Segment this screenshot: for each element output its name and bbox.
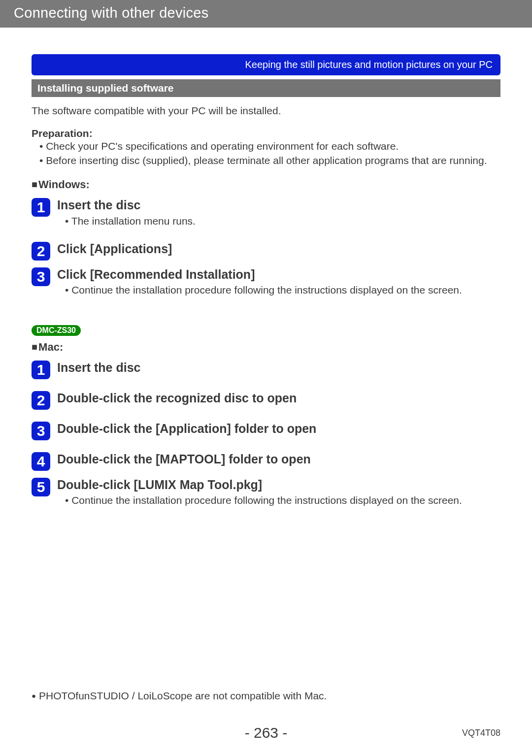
step-number-icon: 1	[32, 361, 50, 379]
step-body: Double-click [LUMIX Map Tool.pkg] Contin…	[57, 477, 500, 508]
windows-step: 3 Click [Recommended Installation] Conti…	[32, 266, 500, 297]
page-number: - 263 -	[0, 724, 532, 741]
blue-banner-text: Keeping the still pictures and motion pi…	[245, 59, 493, 70]
mac-label: Mac:	[32, 341, 500, 354]
footnote-text: PHOTOfunSTUDIO / LoiLoScope are not comp…	[32, 690, 500, 702]
mac-step: 5 Double-click [LUMIX Map Tool.pkg] Cont…	[32, 477, 500, 508]
step-number-icon: 3	[32, 267, 50, 286]
step-body: Click [Recommended Installation] Continu…	[57, 266, 500, 297]
step-bullet: The installation menu runs.	[65, 214, 500, 228]
model-tag: DMC-ZS30	[32, 325, 81, 336]
preparation-label: Preparation:	[32, 128, 500, 139]
footnote-area: PHOTOfunSTUDIO / LoiLoScope are not comp…	[32, 690, 500, 702]
section-subheader-text: Installing supplied software	[37, 82, 174, 94]
preparation-item: Check your PC's specifications and opera…	[39, 139, 500, 153]
document-code: VQT4T08	[462, 728, 500, 738]
step-body: Double-click the recognized disc to open	[57, 390, 500, 406]
step-body: Double-click the [Application] folder to…	[57, 421, 500, 437]
step-body: Insert the disc	[57, 360, 500, 376]
step-title: Insert the disc	[57, 360, 500, 376]
step-title: Double-click the [Application] folder to…	[57, 421, 500, 437]
step-number-icon: 1	[32, 198, 50, 217]
preparation-list: Check your PC's specifications and opera…	[32, 139, 500, 167]
step-title: Double-click [LUMIX Map Tool.pkg]	[57, 477, 500, 493]
step-number-icon: 2	[32, 391, 50, 410]
step-body: Insert the disc The installation menu ru…	[57, 197, 500, 228]
step-title: Insert the disc	[57, 197, 500, 213]
step-title: Click [Recommended Installation]	[57, 266, 500, 283]
step-number-icon: 2	[32, 242, 50, 261]
preparation-item: Before inserting disc (supplied), please…	[39, 154, 500, 167]
windows-label: Windows:	[32, 178, 500, 191]
intro-text: The software compatible with your PC wil…	[32, 104, 500, 118]
page-header-title: Connecting with other devices	[14, 5, 209, 21]
step-bullet: Continue the installation procedure foll…	[65, 283, 500, 297]
mac-step: 2 Double-click the recognized disc to op…	[32, 390, 500, 410]
windows-step: 1 Insert the disc The installation menu …	[32, 197, 500, 228]
page-content: Keeping the still pictures and motion pi…	[0, 54, 532, 508]
mac-step: 1 Insert the disc	[32, 360, 500, 379]
page-header: Connecting with other devices	[0, 0, 532, 28]
step-number-icon: 4	[32, 452, 50, 471]
step-bullet: Continue the installation procedure foll…	[65, 493, 500, 507]
section-subheader: Installing supplied software	[32, 79, 500, 97]
blue-banner: Keeping the still pictures and motion pi…	[32, 54, 500, 75]
step-number-icon: 5	[32, 478, 50, 496]
mac-step: 3 Double-click the [Application] folder …	[32, 421, 500, 440]
windows-step: 2 Click [Applications]	[32, 241, 500, 261]
step-body: Double-click the [MAPTOOL] folder to ope…	[57, 451, 500, 467]
step-bullets: The installation menu runs.	[57, 214, 500, 228]
step-bullets: Continue the installation procedure foll…	[57, 283, 500, 297]
step-number-icon: 3	[32, 422, 50, 440]
step-body: Click [Applications]	[57, 241, 500, 257]
mac-step: 4 Double-click the [MAPTOOL] folder to o…	[32, 451, 500, 471]
step-title: Double-click the [MAPTOOL] folder to ope…	[57, 451, 500, 467]
step-bullets: Continue the installation procedure foll…	[57, 493, 500, 507]
step-title: Click [Applications]	[57, 241, 500, 257]
step-title: Double-click the recognized disc to open	[57, 390, 500, 406]
